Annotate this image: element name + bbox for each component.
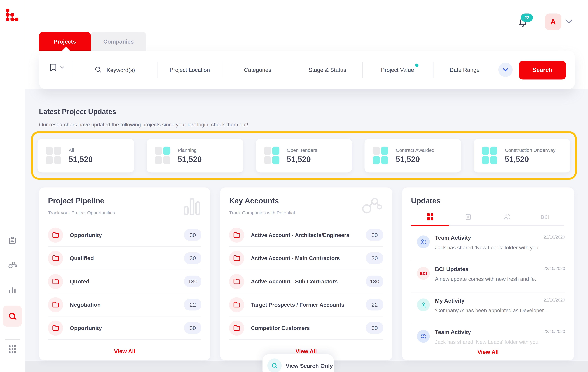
search-nav-active[interactable]: [3, 306, 22, 327]
update-item-team-activity[interactable]: Team Activity 22/10/2020 Jack has shared…: [411, 229, 565, 261]
pipeline-subtitle: Track your Project Opportunities: [48, 210, 115, 216]
updates-list: Team Activity 22/10/2020 Jack has shared…: [411, 229, 565, 360]
account-row-target-prospects[interactable]: Target Prospects / Former Accounts 22: [229, 293, 383, 317]
saved-searches-control[interactable]: [50, 63, 64, 72]
updates-tab-team[interactable]: [488, 209, 526, 224]
keyword-placeholder: Keyword(s): [106, 67, 135, 73]
main-tabs: Projects Companies: [39, 32, 146, 51]
avatar[interactable]: A: [545, 13, 561, 30]
count-badge: 22: [366, 299, 383, 310]
stat-card-planning[interactable]: Planning51,520: [147, 138, 243, 172]
count-badge: 22: [184, 299, 201, 310]
search-icon: [8, 312, 18, 321]
filter-divider: [362, 62, 363, 78]
people-icon: [417, 330, 430, 343]
key-accounts-card: Key Accounts Track Companies with Potent…: [220, 187, 392, 360]
filter-stage-status[interactable]: Stage & Status: [309, 67, 346, 73]
stat-card-contract-awarded[interactable]: Contract Awarded51,520: [365, 138, 461, 172]
key-accounts-view-all-link[interactable]: View All: [220, 348, 392, 354]
latest-updates-highlight: All51,520 Planning51,520 Open Tenders51,…: [31, 131, 577, 179]
tab-companies[interactable]: Companies: [91, 32, 146, 51]
pipeline-row-opportunity[interactable]: Opportunity 30: [48, 223, 201, 247]
updates-tab-bci[interactable]: BCI: [526, 209, 565, 224]
grid-squares-icon: [482, 146, 497, 164]
stat-card-open-tenders[interactable]: Open Tenders51,520: [256, 138, 352, 172]
bar-chart-icon: [183, 196, 201, 216]
network-icon: [361, 196, 383, 215]
update-item-my-activity[interactable]: My Activity 22/10/2020 ‘Company A’ has b…: [411, 292, 565, 324]
grid-squares-icon: [155, 146, 170, 164]
user-menu-chevron-down-icon[interactable]: [565, 19, 573, 24]
people-icon: [503, 213, 511, 220]
analytics-chart-icon[interactable]: [8, 285, 17, 294]
bci-badge-icon: BCI: [417, 267, 430, 280]
leads-clipboard-icon[interactable]: [8, 236, 17, 245]
stat-card-all[interactable]: All51,520: [38, 138, 134, 172]
count-badge: 30: [184, 252, 201, 264]
account-row-competitor-customers[interactable]: Competitor Customers 30: [229, 317, 383, 340]
grid-squares-icon: [46, 146, 61, 164]
count-badge: 130: [184, 276, 201, 287]
project-value-indicator-dot: [415, 63, 419, 67]
sidebar: [0, 0, 25, 372]
search-icon: [94, 66, 102, 73]
filter-divider: [293, 62, 293, 78]
updates-tabs: BCI: [411, 209, 564, 224]
folder-icon: [48, 227, 63, 242]
grid-squares-icon: [264, 146, 279, 164]
chevron-down-icon: [503, 68, 508, 72]
folder-icon: [48, 274, 63, 289]
keyword-search-field[interactable]: Keyword(s): [94, 66, 135, 73]
pipeline-row-negotiation[interactable]: Negotiation 22: [48, 293, 201, 317]
pipeline-row-qualified[interactable]: Qualified 30: [48, 247, 201, 270]
pipeline-list: Opportunity 30 Qualified 30 Quoted 130 N…: [48, 223, 201, 340]
search-button[interactable]: Search: [519, 61, 566, 80]
key-accounts-title: Key Accounts: [229, 196, 279, 205]
count-badge: 130: [366, 276, 383, 287]
bci-logo-icon[interactable]: [6, 8, 19, 22]
updates-tab-tasks[interactable]: [449, 209, 488, 224]
apps-grid-icon[interactable]: [8, 344, 17, 354]
filter-categories[interactable]: Categories: [244, 67, 271, 73]
folder-icon: [48, 251, 63, 266]
folder-icon: [48, 320, 63, 335]
pipeline-row-quoted[interactable]: Quoted 130: [48, 270, 201, 293]
filter-divider: [433, 62, 433, 78]
notification-count-badge[interactable]: 22: [521, 13, 533, 22]
app-window: 22 A Projects Companies Keyword(s): [0, 0, 588, 372]
clipboard-icon: [465, 213, 472, 221]
account-row-main-contractors[interactable]: Active Account - Main Contractors 30: [229, 247, 383, 270]
view-search-only-label: View Search Only: [286, 362, 333, 369]
count-badge: 30: [184, 229, 201, 241]
network-icon[interactable]: [8, 260, 18, 269]
filter-date-range[interactable]: Date Range: [450, 67, 480, 73]
updates-card: Updates: [402, 187, 574, 360]
people-icon: [417, 236, 430, 248]
count-badge: 30: [184, 322, 201, 334]
account-row-sub-contractors[interactable]: Active Account - Sub Contractors 130: [229, 270, 383, 293]
tab-projects[interactable]: Projects: [39, 32, 91, 51]
update-item-bci-updates[interactable]: BCI BCI Updates 22/10/2020 A new update …: [411, 261, 565, 292]
bookmark-icon: [50, 63, 57, 72]
filter-divider: [223, 62, 223, 78]
key-accounts-subtitle: Track Companies with Potential: [229, 210, 295, 216]
search-icon: [267, 358, 282, 372]
updates-tabs-active-indicator: [411, 225, 449, 226]
folder-icon: [229, 320, 244, 335]
updates-tab-all[interactable]: [411, 209, 449, 224]
filter-project-location[interactable]: Project Location: [169, 67, 210, 73]
account-row-architects-engineers[interactable]: Active Account - Architects/Engineers 30: [229, 223, 383, 247]
grid-squares-icon: [373, 146, 388, 164]
collapse-filters-button[interactable]: [498, 62, 513, 77]
pipeline-row-opportunity-2[interactable]: Opportunity 30: [48, 317, 201, 340]
updates-title: Updates: [411, 196, 441, 205]
grid-icon: [427, 213, 433, 220]
updates-view-all-link[interactable]: View All: [402, 349, 574, 355]
person-icon: [417, 299, 430, 311]
stat-card-construction-underway[interactable]: Construction Underway51,520: [474, 138, 570, 172]
pipeline-view-all-link[interactable]: View All: [39, 348, 210, 354]
bookmark-chevron-down-icon: [60, 66, 64, 69]
folder-icon: [229, 227, 244, 242]
filter-project-value[interactable]: Project Value: [381, 67, 414, 73]
view-search-only-button[interactable]: View Search Only: [262, 354, 334, 372]
